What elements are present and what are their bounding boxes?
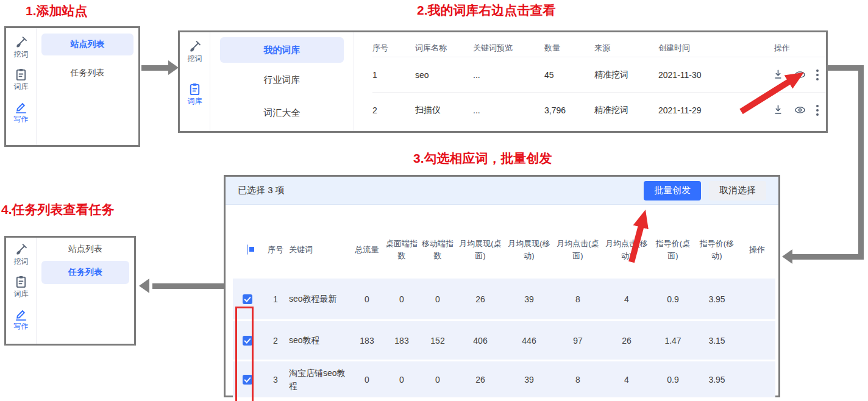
module-rail: 挖词 词库 写作 <box>6 28 37 145</box>
rail-item-dig-words[interactable]: 挖词 <box>14 35 29 59</box>
connector-2-3-segment <box>826 65 859 71</box>
cell-price-mobile: 3.95 <box>695 375 739 385</box>
col-mobile-index: 移动端指数 <box>419 238 456 262</box>
cell-seq: 2 <box>262 336 289 346</box>
cancel-selection-button[interactable]: 取消选择 <box>709 181 766 200</box>
rail-label: 写作 <box>14 115 29 123</box>
select-all-checkbox[interactable] <box>247 244 248 255</box>
shovel-icon <box>14 243 28 257</box>
row-checkbox[interactable] <box>243 375 252 385</box>
tutorial-canvas: { "colors": { "accent_blue": "#3370ff", … <box>0 0 868 401</box>
cell-preview: ... <box>473 70 544 80</box>
cell-total-traffic: 183 <box>350 336 384 346</box>
cell-desktop-index: 0 <box>384 375 419 385</box>
cell-clicks-desktop: 8 <box>553 294 602 304</box>
selection-bar: 已选择 3 项 批量创发 取消选择 <box>226 177 778 205</box>
rail-item-word-library[interactable]: 词库 <box>14 68 29 91</box>
col-seq: 序号 <box>372 39 415 54</box>
rail-item-writing[interactable]: 写作 <box>14 100 29 123</box>
selection-count-text: 已选择 3 项 <box>238 185 285 196</box>
module-rail: 挖词 词库 写作 <box>6 238 37 344</box>
table-row: 1 seo ... 45 精准挖词 2021-11-30 <box>372 57 826 92</box>
menu-item-industry-thesaurus[interactable]: 行业词库 <box>220 64 344 96</box>
rail-label: 写作 <box>14 322 29 330</box>
cell-price-mobile: 3.95 <box>695 294 739 304</box>
batch-create-button[interactable]: 批量创发 <box>644 181 701 200</box>
col-actions: 操作 <box>747 39 826 54</box>
cell-price-mobile: 3.15 <box>695 336 739 346</box>
clipboard-icon <box>14 68 28 82</box>
clipboard-icon <box>188 82 202 96</box>
col-price-desktop: 指导价(桌面) <box>651 238 695 262</box>
cell-keyword: seo教程 <box>289 334 350 347</box>
table-row: 1 seo教程最新 0 0 0 26 39 8 4 0.9 3.95 <box>233 277 775 319</box>
cell-total-traffic: 0 <box>350 294 384 304</box>
connector-1-2-arrowhead <box>168 60 179 75</box>
clipboard-icon <box>14 275 28 289</box>
cell-total-traffic: 0 <box>350 375 384 385</box>
rail-item-word-library[interactable]: 词库 <box>14 275 29 298</box>
row-actions <box>747 69 826 80</box>
rail-label: 挖词 <box>14 51 29 59</box>
more-actions-icon[interactable] <box>816 109 819 112</box>
download-icon[interactable] <box>772 69 784 80</box>
col-clicks-mobile: 月均点击(移动) <box>602 238 651 262</box>
row-checkbox[interactable] <box>243 294 252 304</box>
cell-mobile-index: 0 <box>419 294 456 304</box>
rail-label: 词库 <box>14 290 29 298</box>
step4-title: 4.任务列表查看任务 <box>1 201 115 218</box>
col-desktop-index: 桌面端指数 <box>384 238 419 262</box>
table-row: 2 seo教程 183 183 152 406 446 97 26 1.47 3… <box>233 319 775 360</box>
col-impr-desktop: 月均展现(桌面) <box>456 238 505 262</box>
col-keyword: 关键词 <box>289 244 350 256</box>
thesaurus-table-header: 序号 词库名称 关键词预览 数量 来源 创建时间 操作 <box>372 36 826 57</box>
rail-item-dig-words[interactable]: 挖词 <box>14 243 29 266</box>
cell-desktop-index: 0 <box>384 294 419 304</box>
connector-3-4-arrowhead <box>139 279 149 293</box>
rail-item-dig-words[interactable]: 挖词 <box>188 40 202 63</box>
connector-3-4-shaft <box>152 283 224 289</box>
cell-seq: 1 <box>372 70 415 80</box>
cell-clicks-desktop: 8 <box>553 375 602 385</box>
more-actions-icon[interactable] <box>816 74 819 76</box>
connector-1-2-shaft <box>141 65 169 71</box>
menu-item-my-thesaurus[interactable]: 我的词库 <box>220 37 344 63</box>
eye-icon[interactable] <box>794 104 806 116</box>
menu-item-task-list[interactable]: 任务列表 <box>41 63 133 83</box>
keyword-table-header: 序号 关键词 总流量 桌面端指数 移动端指数 月均展现(桌面) 月均展现(移动)… <box>233 223 775 277</box>
eye-icon[interactable] <box>794 69 806 80</box>
cell-clicks-mobile: 26 <box>602 336 651 346</box>
row-checkbox[interactable] <box>243 336 252 346</box>
cell-created: 2021-11-30 <box>658 70 747 80</box>
cell-price-desktop: 1.47 <box>651 336 695 346</box>
cell-clicks-mobile: 4 <box>602 375 651 385</box>
cell-mobile-index: 0 <box>419 375 456 385</box>
rail-item-writing[interactable]: 写作 <box>14 307 29 330</box>
cell-name: seo <box>415 70 473 80</box>
col-price-mobile: 指导价(移动) <box>695 238 739 262</box>
menu-item-site-list[interactable]: 站点列表 <box>41 34 133 55</box>
pencil-icon <box>14 100 28 114</box>
rail-item-word-library[interactable]: 词库 <box>188 82 202 105</box>
col-total-traffic: 总流量 <box>350 244 384 256</box>
col-impr-mobile: 月均展现(移动) <box>505 238 553 262</box>
shovel-icon <box>188 40 202 54</box>
menu-item-site-list[interactable]: 站点列表 <box>41 240 129 258</box>
menu-item-vocabulary-collection[interactable]: 词汇大全 <box>220 97 344 129</box>
step3-title: 3.勾选相应词，批量创发 <box>413 150 552 167</box>
keyword-table: 序号 关键词 总流量 桌面端指数 移动端指数 月均展现(桌面) 月均展现(移动)… <box>226 205 778 397</box>
cell-impr-mobile: 446 <box>505 336 553 346</box>
cell-price-desktop: 0.9 <box>651 375 695 385</box>
cell-impr-mobile: 39 <box>505 375 553 385</box>
col-created: 创建时间 <box>658 39 747 54</box>
menu-item-task-list[interactable]: 任务列表 <box>41 261 129 284</box>
cell-impr-desktop: 26 <box>456 294 505 304</box>
panel-word-library: 挖词 词库 我的词库 行业词库 词汇大全 序号 词库名称 关键词预览 数量 来源… <box>178 30 828 133</box>
download-icon[interactable] <box>772 104 784 116</box>
cell-impr-desktop: 26 <box>456 375 505 385</box>
row-actions <box>747 104 826 116</box>
shovel-icon <box>14 35 28 49</box>
col-actions: 操作 <box>739 244 775 256</box>
table-row: 2 扫描仪 ... 3,796 精准挖词 2021-11-29 <box>372 92 826 127</box>
panel2-menu: 我的词库 行业词库 词汇大全 <box>210 32 354 131</box>
